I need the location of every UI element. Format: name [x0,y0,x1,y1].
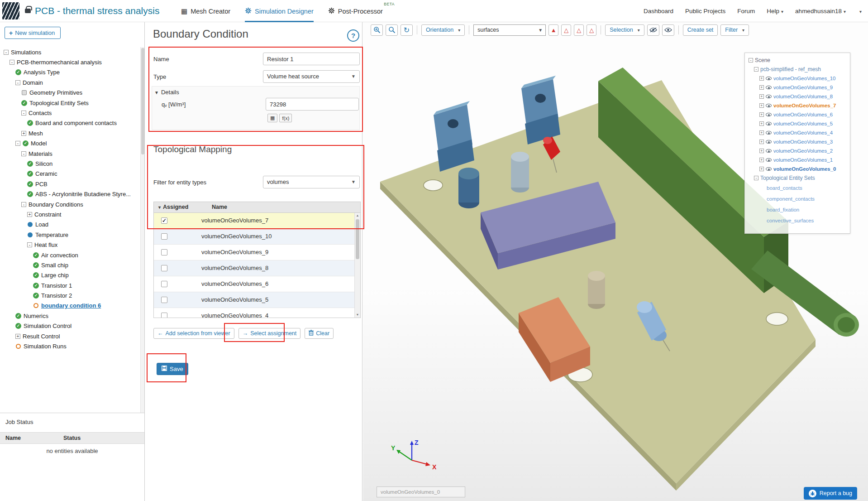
eye-icon[interactable] [766,149,772,153]
clip-plane-button-3[interactable]: △ [574,24,584,36]
sidebar-item-transistor-2[interactable]: Transistor 2 [0,290,140,300]
clip-plane-button-1[interactable]: ▲ [548,24,558,36]
scene-volume-item[interactable]: volumeOnGeoVolumes_2 [745,146,850,155]
name-input[interactable] [263,53,360,65]
sidebar-item-silicon[interactable]: Silicon [0,159,140,169]
scene-root-item[interactable]: Scene [745,56,850,65]
eye-icon[interactable] [766,140,772,144]
eye-icon[interactable] [766,86,772,89]
user-menu[interactable]: ahmedhussain18▾ [795,8,846,14]
nav-public-projects[interactable]: Public Projects [685,8,725,14]
show-all-button[interactable] [662,24,674,36]
table-row[interactable]: volumeOnGeoVolumes_6 [154,276,360,292]
scene-volume-item-highlighted[interactable]: volumeOnGeoVolumes_7 [745,101,850,110]
table-row[interactable]: volumeOnGeoVolumes_4 [154,308,360,318]
sidebar-item-pcb[interactable]: PCB [0,179,140,189]
sidebar-item-transistor-1[interactable]: Transistor 1 [0,280,140,290]
expand-icon[interactable] [759,112,764,117]
sidebar-scrollbar[interactable] [140,47,144,413]
selection-dropdown[interactable]: Selection▾ [605,24,644,36]
collapse-icon[interactable] [754,67,758,72]
sidebar-item-domain[interactable]: Domain [0,77,140,87]
zoom-in-button[interactable] [371,24,383,36]
expand-icon[interactable] [759,76,764,81]
collapse-icon[interactable] [27,242,32,247]
filter-dropdown[interactable]: Filter▾ [720,24,749,36]
scroll-up-icon[interactable]: ▲ [355,213,360,218]
scroll-down-icon[interactable]: ▼ [355,312,360,318]
eye-icon[interactable] [766,167,772,171]
add-selection-from-viewer-button[interactable]: ←Add selection from viewer [153,328,234,339]
table-input-button[interactable]: ▦ [267,114,277,122]
transistor-1[interactable] [434,101,474,172]
tan-cylinder[interactable] [588,271,605,309]
formula-input-button[interactable]: f(x) [279,114,292,122]
sidebar-item-result-control[interactable]: Result Control [0,331,140,341]
table-scrollbar[interactable]: ▲ ▼ [354,213,360,318]
expand-icon[interactable] [759,103,764,108]
clip-plane-button-2[interactable]: △ [561,24,571,36]
assigned-checkbox[interactable] [161,313,167,318]
table-row[interactable]: volumeOnGeoVolumes_8 [154,260,360,276]
scene-set-item[interactable]: convective_surfaces [745,215,850,226]
scrollbar-thumb[interactable] [141,48,144,154]
orientation-triad[interactable]: Z Y X [390,437,440,475]
scene-volume-item[interactable]: volumeOnGeoVolumes_4 [745,128,850,137]
sidebar-item-analysis-type[interactable]: Analysis Type [0,67,140,77]
blue-cylinder[interactable] [458,168,479,208]
expand-icon[interactable] [21,131,26,136]
sidebar-item-boundary-conditions[interactable]: Boundary Conditions [0,199,140,209]
sidebar-item-ceramic[interactable]: Ceramic [0,169,140,179]
expand-icon[interactable] [759,121,764,126]
assigned-checkbox[interactable] [161,281,167,287]
entity-type-filter-select[interactable]: volumes ▼ [263,176,360,188]
scene-volume-item[interactable]: volumeOnGeoVolumes_6 [745,110,850,119]
tab-mesh-creator[interactable]: ▦ Mesh Creator [181,0,230,22]
expand-icon[interactable] [759,94,764,99]
collapse-icon[interactable] [10,60,14,65]
expand-icon[interactable] [759,149,764,153]
scene-volume-item[interactable]: volumeOnGeoVolumes_10 [745,74,850,83]
qv-input[interactable] [266,98,359,111]
eye-icon[interactable] [766,95,772,98]
scene-volume-item[interactable]: volumeOnGeoVolumes_8 [745,92,850,101]
sidebar-item-small-chip[interactable]: Small chip [0,260,140,270]
collapse-icon[interactable] [21,151,26,156]
nav-help-menu[interactable]: Help▾ [767,8,783,14]
eye-icon[interactable] [766,77,772,80]
expand-icon[interactable] [759,167,764,171]
new-simulation-button[interactable]: + New simulation [5,27,61,39]
app-logo[interactable] [2,2,19,19]
sidebar-item-contacts[interactable]: Contacts [0,108,140,118]
nav-forum[interactable]: Forum [737,8,755,14]
type-select[interactable]: Volume heat source ▼ [263,70,360,83]
eye-icon[interactable] [766,131,772,135]
scene-set-item[interactable]: board_fixation [745,204,850,215]
name-column-header[interactable]: Name [212,204,227,210]
expand-icon[interactable] [15,334,20,339]
collapse-icon[interactable] [754,176,758,180]
collapse-icon[interactable] [21,111,26,116]
sidebar-item-pcb-thermomechanical-analysis[interactable]: PCB-thermomechanical analysis [0,57,140,67]
scene-set-item[interactable]: component_contacts [745,193,850,204]
extra-menu-caret[interactable]: ▾ [858,8,862,14]
clip-plane-button-4[interactable]: △ [587,24,596,36]
eye-icon[interactable] [766,113,772,116]
collapse-icon[interactable] [749,58,753,63]
transistor-2[interactable] [521,76,560,145]
table-row[interactable]: volumeOnGeoVolumes_9 [154,245,360,260]
orientation-dropdown[interactable]: Orientation▾ [421,24,465,36]
table-row[interactable]: volumeOnGeoVolumes_10 [154,229,360,245]
sidebar-item-simulation-control[interactable]: Simulation Control [0,321,140,331]
gray-cylinder[interactable] [511,152,529,193]
sidebar-item-simulations[interactable]: Simulations [0,47,140,57]
sidebar-item-model[interactable]: Model [0,139,140,149]
sidebar-item-simulation-runs[interactable]: Simulation Runs [0,341,140,351]
scene-set-item[interactable]: board_contacts [745,183,850,193]
scene-volume-item[interactable]: volumeOnGeoVolumes_5 [745,119,850,128]
expand-icon[interactable] [759,140,764,144]
scene-volume-item[interactable]: volumeOnGeoVolumes_9 [745,83,850,92]
sidebar-item-boundary-condition-6[interactable]: boundary condition 6 [0,301,140,311]
collapse-icon[interactable] [21,202,26,207]
nav-dashboard[interactable]: Dashboard [644,8,673,14]
